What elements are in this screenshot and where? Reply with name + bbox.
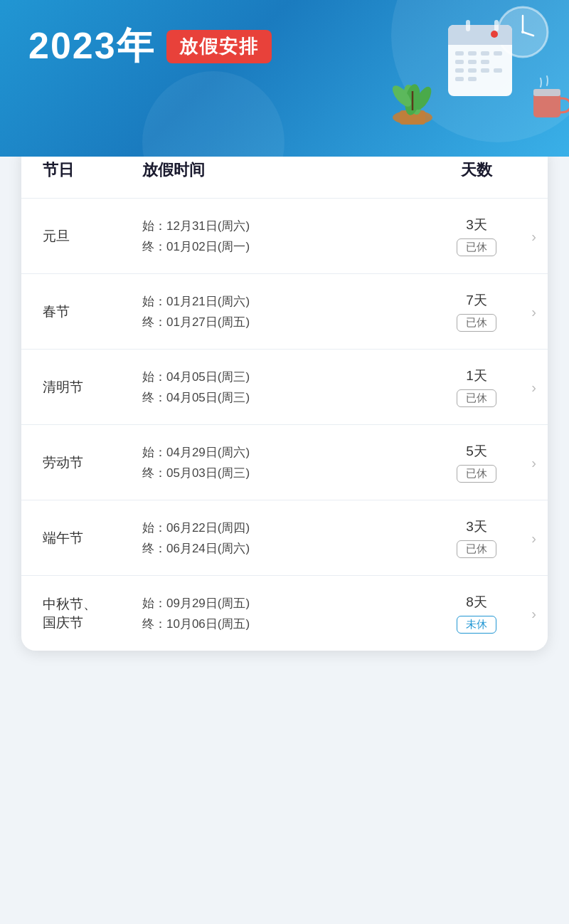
days-count: 3天 <box>466 518 487 536</box>
holiday-name: 劳动节 <box>43 453 142 472</box>
svg-rect-17 <box>455 68 464 73</box>
main-content: 节日 放假时间 天数 元旦 始：12月31日(周六) 终：01月02日(周一) … <box>21 142 548 651</box>
days-count: 3天 <box>466 216 487 234</box>
status-badge: 已休 <box>457 238 496 256</box>
svg-rect-6 <box>448 39 512 45</box>
table-row[interactable]: 中秋节、 国庆节 始：09月29日(周五) 终：10月06日(周五) 8天 未休… <box>21 576 548 651</box>
start-date: 始：09月29日(周五) <box>142 595 427 611</box>
svg-rect-11 <box>468 51 477 56</box>
svg-rect-12 <box>481 51 489 56</box>
svg-rect-7 <box>466 20 470 31</box>
svg-rect-22 <box>468 77 477 81</box>
chevron-right-icon: › <box>531 605 536 621</box>
holiday-name: 春节 <box>43 303 142 321</box>
holiday-dates: 始：01月21日(周六) 终：01月27日(周五) <box>142 293 427 330</box>
days-cell: 8天 未休 <box>427 593 526 634</box>
svg-rect-20 <box>494 68 502 73</box>
status-badge: 已休 <box>457 465 496 483</box>
days-cell: 5天 已休 <box>427 442 526 483</box>
days-cell: 7天 已休 <box>427 291 526 332</box>
svg-rect-14 <box>455 60 464 64</box>
svg-rect-21 <box>455 77 464 81</box>
days-cell: 3天 已休 <box>427 216 526 256</box>
chevron-right-icon: › <box>531 228 536 244</box>
end-date: 终：06月24日(周六) <box>142 540 427 557</box>
svg-rect-13 <box>494 51 502 56</box>
start-date: 始：04月29日(周六) <box>142 444 427 461</box>
svg-rect-18 <box>468 68 477 73</box>
end-date: 终：01月27日(周五) <box>142 314 427 330</box>
svg-rect-16 <box>481 60 489 64</box>
days-count: 7天 <box>466 291 487 310</box>
days-count: 8天 <box>466 593 487 611</box>
days-count: 5天 <box>466 442 487 461</box>
svg-rect-10 <box>455 51 464 56</box>
svg-rect-31 <box>533 89 560 96</box>
col-header-time: 放假时间 <box>142 159 427 181</box>
status-badge: 已休 <box>457 540 496 558</box>
start-date: 始：04月05日(周三) <box>142 369 427 385</box>
holiday-name: 清明节 <box>43 378 142 397</box>
holiday-name: 端午节 <box>43 529 142 547</box>
end-date: 终：01月02日(周一) <box>142 238 427 255</box>
table-row[interactable]: 端午节 始：06月22日(周四) 终：06月24日(周六) 3天 已休 › <box>21 500 548 576</box>
start-date: 始：12月31日(周六) <box>142 218 427 234</box>
table-row[interactable]: 春节 始：01月21日(周六) 终：01月27日(周五) 7天 已休 › <box>21 274 548 350</box>
col-header-holiday: 节日 <box>43 159 142 181</box>
chevron-right-icon: › <box>531 454 536 471</box>
holiday-name: 元旦 <box>43 227 142 246</box>
chevron-right-icon: › <box>531 530 536 546</box>
svg-point-9 <box>491 31 498 38</box>
holiday-dates: 始：06月22日(周四) 终：06月24日(周六) <box>142 520 427 557</box>
days-count: 1天 <box>466 367 487 385</box>
title-area: 2023年 放假安排 <box>28 21 272 71</box>
status-badge: 已休 <box>457 314 496 332</box>
status-badge: 已休 <box>457 389 496 407</box>
status-badge-not-rested: 未休 <box>457 616 496 634</box>
holiday-dates: 始：04月05日(周三) 终：04月05日(周三) <box>142 369 427 406</box>
holiday-name: 中秋节、 国庆节 <box>43 595 142 632</box>
year-text: 2023年 <box>28 21 155 71</box>
end-date: 终：10月06日(周五) <box>142 616 427 632</box>
days-cell: 3天 已休 <box>427 518 526 558</box>
svg-rect-30 <box>533 93 560 117</box>
table-row[interactable]: 劳动节 始：04月29日(周六) 终：05月03日(周三) 5天 已休 › <box>21 425 548 500</box>
holiday-dates: 始：04月29日(周六) 终：05月03日(周三) <box>142 444 427 481</box>
end-date: 终：05月03日(周三) <box>142 465 427 481</box>
end-date: 终：04月05日(周三) <box>142 389 427 406</box>
holiday-badge: 放假安排 <box>166 30 272 63</box>
chevron-right-icon: › <box>531 379 536 395</box>
col-header-days: 天数 <box>427 159 526 181</box>
days-cell: 1天 已休 <box>427 367 526 407</box>
start-date: 始：01月21日(周六) <box>142 293 427 310</box>
header-decorations <box>341 0 569 157</box>
start-date: 始：06月22日(周四) <box>142 520 427 536</box>
svg-rect-8 <box>494 20 499 31</box>
svg-rect-19 <box>481 68 489 73</box>
table-row[interactable]: 清明节 始：04月05日(周三) 终：04月05日(周三) 1天 已休 › <box>21 350 548 425</box>
chevron-right-icon: › <box>531 303 536 320</box>
holiday-dates: 始：09月29日(周五) 终：10月06日(周五) <box>142 595 427 632</box>
svg-rect-15 <box>468 60 477 64</box>
page-header: 2023年 放假安排 <box>0 0 569 157</box>
holiday-dates: 始：12月31日(周六) 终：01月02日(周一) <box>142 218 427 255</box>
table-row[interactable]: 元旦 始：12月31日(周六) 终：01月02日(周一) 3天 已休 › <box>21 199 548 274</box>
